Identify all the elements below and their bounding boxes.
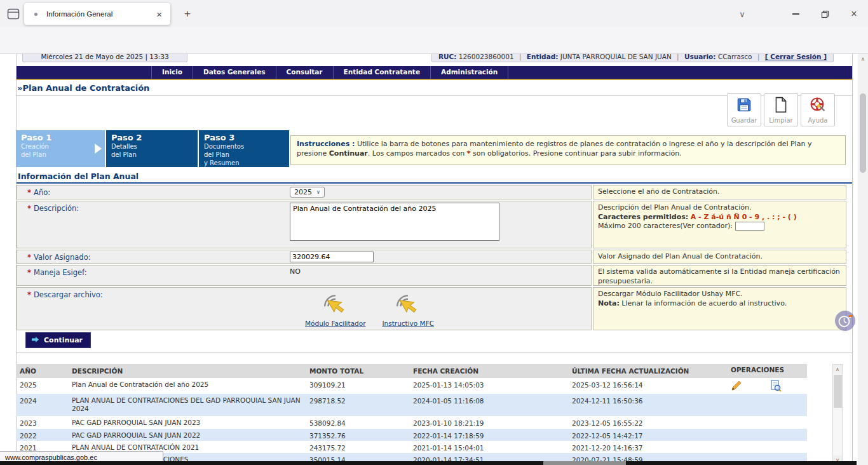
header-anio: AÑO [16,364,70,378]
scroll-up-icon[interactable]: ∧ [833,365,842,374]
table-row: 2022 PAC GAD PARROQUIAL SAN JUAN 2022 37… [16,429,807,441]
limpiar-button[interactable]: Limpiar [764,93,798,126]
bottom-strip-segment [543,461,626,465]
header-operaciones: OPERACIONES [728,364,807,378]
browser-titlebar: Información General × + ∨ × [0,0,868,27]
table-header: AÑO DESCRIPCIÓN MONTO TOTAL FECHA CREACI… [16,364,807,378]
form-row-valor: *Valor Asignado: Valor Asignado del Plan… [17,250,846,264]
bottom-strip [0,461,857,465]
main-scrollbar[interactable]: ∧ [858,54,868,465]
blank-page-icon [774,97,788,116]
esigef-label: *Maneja Esigef: [17,266,287,285]
table-row: 2025 Plan Anual de Contratación del año … [16,378,807,394]
valor-input[interactable] [290,252,374,262]
plan-form: *Año: 2025∨ Seleccione el año de Contrat… [17,185,846,330]
anio-label: *Año: [17,185,287,199]
step-1-creacion: Paso 1 Creación del Plan [16,130,105,167]
step-2-detalles: Paso 2 Detalles del Plan [106,130,198,167]
main-scrollbar-thumb[interactable] [860,93,866,173]
main-menu: Inicio Datos Generales Consultar Entidad… [17,66,852,79]
modulo-facilitador-link[interactable]: Módulo Facilitador [305,290,365,327]
anio-help: Seleccione el año de Contratación. [593,185,846,199]
new-tab-button[interactable]: + [179,6,196,22]
guardar-button[interactable]: Guardar [727,93,761,126]
header-ultima-actualizacion: ÚLTIMA FECHA ACTUALIZACIÓN [569,364,728,378]
ruc-value: 1260023860001 [459,54,514,60]
continue-arrow-icon [31,336,39,345]
valor-help: Valor Asignado del Plan Anual de Contrat… [593,250,846,264]
header-descripcion: DESCRIPCIÓN [70,364,308,378]
edit-pencil-icon[interactable] [731,380,742,393]
tab-favicon-dot-icon [34,13,37,16]
plans-table: AÑO DESCRIPCIÓN MONTO TOTAL FECHA CREACI… [16,364,807,465]
descripcion-help: Descripción del Plan Anual de Contrataci… [593,201,846,248]
anio-select[interactable]: 2025∨ [290,187,325,198]
table-scrollbar-thumb[interactable] [834,375,842,408]
minimize-button[interactable] [785,5,806,23]
instructivo-mfc-link[interactable]: Instructivo MFC [382,290,434,327]
descargar-help: Descargar Módulo Facilitador Ushay MFC. … [593,287,846,330]
list-tabs-chevron-icon[interactable]: ∨ [732,5,752,23]
section-separator [17,353,852,353]
restore-button[interactable] [815,5,835,23]
entidad-value: JUNTA PARROQUIAL DE SAN JUAN [560,54,672,60]
tab-title: Información General [46,10,154,18]
step-3-documentos: Paso 3 Documentos del Plan y Resumen [199,130,289,167]
session-info: RUC: 1260023860001 | Entidad: JUNTA PARR… [431,54,834,62]
esigef-help: El sistema valida automáticamente si la … [593,265,846,286]
continuar-button[interactable]: Continuar [25,332,91,348]
descripcion-textarea[interactable]: Plan Anual de Contratación del año 2025 [290,203,499,241]
char-counter-box [735,222,764,231]
descripcion-label: *Descripción: [17,201,287,248]
instructions-box: Instrucciones : Utilice la barra de boto… [290,135,846,165]
descargar-label: *Descargar archivo: [17,288,287,330]
menu-gold-line [17,79,852,80]
web-page: Miércoles 21 de Mayo de 2025 | 13:33 RUC… [0,54,868,465]
content-right-border [852,54,853,461]
menu-item-inicio[interactable]: Inicio [151,66,193,79]
ruc-label: RUC: [438,54,457,60]
menu-item-consultar[interactable]: Consultar [276,66,334,79]
usuario-label: Usuario: [684,54,716,60]
form-row-descripcion: *Descripción: Plan Anual de Contratación… [17,201,846,248]
close-window-button[interactable]: × [844,5,864,23]
table-row: 2023 PAC GAD PARROQUIAL SAN JUAN 2023 53… [16,416,807,429]
current-datetime: Miércoles 21 de Mayo de 2025 | 13:33 [22,54,187,62]
tab-close-icon[interactable]: × [154,9,164,20]
menu-item-datos-generales[interactable]: Datos Generales [193,66,276,79]
section-title: Información del Plan Anual [18,172,139,181]
click-download-icon [393,290,423,319]
lifebuoy-help-icon [809,97,827,116]
page-title: »Plan Anual de Contratación [17,83,149,93]
scroll-up-icon[interactable]: ∧ [858,56,868,62]
browser-tab[interactable]: Información General × [24,3,170,25]
usuario-value: CCarrasco [718,54,752,60]
menu-item-entidad-contratante[interactable]: Entidad Contratante [334,66,431,79]
browser-toolbar: ← → × https://www.compraspublicas.gob.ec… [0,27,868,54]
header-monto: MONTO TOTAL [308,364,410,378]
form-row-esigef: *Maneja Esigef: NO El sistema valida aut… [17,265,846,286]
menu-item-administracion[interactable]: Administración [431,66,508,79]
entidad-label: Entidad: [527,54,559,60]
header-fecha-creacion: FECHA CREACIÓN [410,364,569,378]
ayuda-button[interactable]: Ayuda [801,93,835,126]
valor-label: *Valor Asignado: [17,250,287,263]
step-arrow-icon [95,144,102,154]
form-row-descargar: *Descargar archivo: Módulo Facilitador I… [17,287,846,330]
click-download-icon [321,290,350,319]
table-row: 2024 PLAN ANUAL DE CONTRATACIONES DEL GA… [16,394,807,416]
logout-link[interactable]: [ Cerrar Sesión ] [765,54,827,60]
clock-extension-widget[interactable] [834,309,857,332]
table-scrollbar[interactable]: ∧ ∨ [832,364,843,465]
floppy-disk-icon [736,97,752,116]
section-divider [17,182,852,184]
chevron-down-icon: ∨ [316,189,320,195]
form-row-anio: *Año: 2025∨ Seleccione el año de Contrat… [17,185,846,199]
firefox-view-icon[interactable] [6,6,21,22]
preview-document-icon[interactable] [770,380,782,393]
esigef-value: NO [287,266,591,285]
